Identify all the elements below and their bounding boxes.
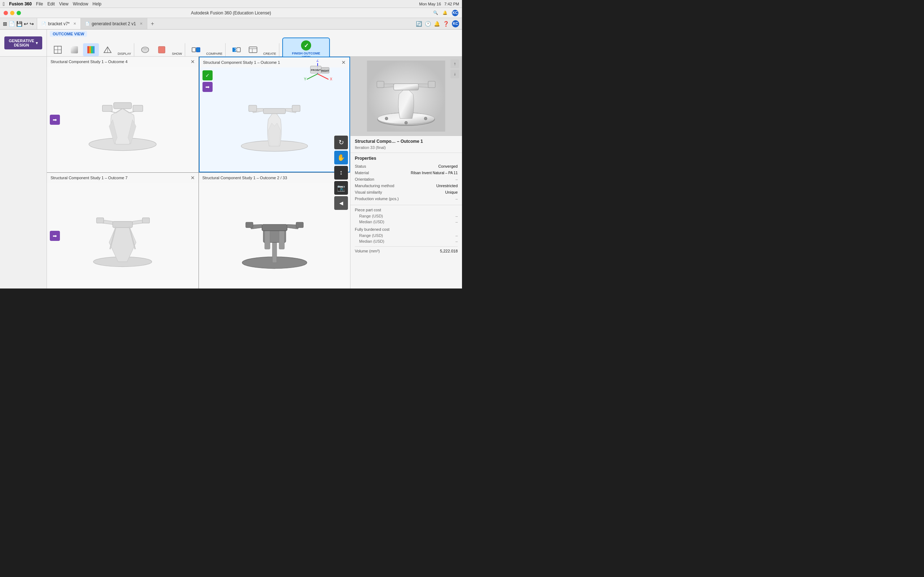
display-perspective-button[interactable] (100, 43, 115, 56)
orientation-label: Orientation (355, 177, 374, 181)
tab-close-1[interactable]: ✕ (73, 22, 76, 26)
apple-menu[interactable]:  (3, 1, 5, 7)
model-3d-outcome4 (62, 77, 183, 161)
manufacturing-value: Unrestricted (436, 184, 458, 188)
show-obstacles-button[interactable] (154, 43, 170, 56)
svg-rect-33 (114, 102, 132, 108)
production-volume-value: – (456, 197, 458, 201)
preview-nav-up[interactable]: ↑ (451, 60, 459, 68)
menu-view[interactable]: View (59, 2, 69, 6)
prop-status: Status Converged (355, 163, 458, 169)
piece-range-label: Range (USD) (359, 214, 383, 218)
user-avatar[interactable]: KC (452, 10, 459, 16)
outcome-nav-7[interactable]: ➡ (50, 231, 60, 241)
svg-text:RIGHT: RIGHT (321, 69, 330, 72)
svg-line-24 (307, 74, 318, 79)
tabs-bar: ⊞ 📄 💾 ↩ ↪ 📄 bracket v7* ✕ 📄 generated br… (0, 18, 462, 29)
pan-tool-button[interactable]: ✋ (334, 151, 348, 164)
svg-rect-17 (249, 47, 257, 53)
prop-orientation: Orientation – (355, 176, 458, 182)
outcome-nav-4[interactable]: ➡ (50, 115, 60, 125)
visual-similarity-value: Unique (445, 190, 458, 194)
outcome-body-2-33 (199, 183, 351, 288)
maximize-window-button[interactable] (16, 11, 21, 15)
piece-range-row: Range (USD) – (355, 213, 458, 219)
model-3d-outcome1 (215, 78, 334, 161)
grid-icon[interactable]: ⊞ (3, 21, 7, 27)
new-doc-icon[interactable]: 📄 (9, 21, 15, 27)
gen-design-label: GENERATIVEDESIGN (9, 39, 34, 47)
outcome-close-7[interactable]: ✕ (191, 175, 195, 181)
viewport-controls: ↻ ✋ ↕ 📷 ◀ (332, 56, 350, 288)
fb-median-value: – (456, 239, 458, 243)
generative-design-section: GENERATIVEDESIGN ▾ (0, 29, 47, 56)
svg-rect-36 (249, 105, 257, 111)
menu-edit[interactable]: Edit (47, 2, 55, 6)
new-tab-button[interactable]: + (147, 18, 158, 29)
menu-datetime: Mon May 16 7:42 PM (419, 2, 459, 6)
piece-range-value: – (456, 214, 458, 218)
rotate-tool-button[interactable]: ↻ (334, 135, 348, 149)
create-extra-button[interactable] (245, 43, 261, 56)
compare-group: COMPARE (188, 43, 226, 56)
outcome-close-4[interactable]: ✕ (191, 59, 195, 64)
tab-label-1: bracket v7* (48, 21, 69, 26)
menu-window[interactable]: Window (73, 2, 89, 6)
collapse-controls-button[interactable]: ◀ (334, 196, 348, 210)
tab-generated-bracket[interactable]: 📄 generated bracket 2 v1 ✕ (81, 18, 147, 29)
bell-icon[interactable]: 🔔 (434, 21, 440, 27)
display-colormap-button[interactable] (83, 43, 99, 56)
titlebar-icons: 🔍 🔔 KC (433, 10, 459, 16)
menu-help[interactable]: Help (92, 2, 102, 6)
minimize-window-button[interactable] (10, 11, 15, 15)
tab-bracket-v7[interactable]: 📄 bracket v7* ✕ (37, 18, 81, 29)
redo-icon[interactable]: ↪ (30, 21, 34, 27)
search-icon[interactable]: 🔍 (433, 10, 438, 15)
compare-button[interactable] (188, 43, 204, 56)
display-wireframe-button[interactable] (50, 43, 66, 56)
create-button[interactable] (228, 43, 244, 56)
svg-point-55 (385, 117, 388, 120)
zoom-tool-button[interactable]: ↕ (334, 166, 348, 180)
preview-nav-down[interactable]: ↓ (451, 69, 459, 78)
create-extra-icon (248, 45, 258, 55)
menu-bar:  Fusion 360 File Edit View Window Help … (0, 0, 462, 8)
notification-icon[interactable]: 🔔 (443, 10, 447, 15)
account-icon[interactable]: KC (452, 20, 459, 27)
volume-label: Volume (mm³) (355, 249, 380, 253)
visual-similarity-label: Visual similarity (355, 190, 382, 194)
menu-file[interactable]: File (36, 2, 43, 6)
outcome-card-2-33: Structural Component Study 1 – Outcome 2… (199, 173, 351, 288)
svg-rect-11 (158, 47, 165, 53)
preview-area: ↑ ↓ (351, 56, 462, 136)
app-name: Fusion 360 (9, 2, 32, 6)
help-icon[interactable]: ❓ (443, 21, 449, 27)
fully-burdened-row: Fully burdened cost (355, 226, 458, 233)
window-controls[interactable] (3, 11, 21, 15)
model-3d-outcome2-33 (214, 193, 335, 278)
clock-icon[interactable]: 🕐 (425, 21, 431, 27)
outcome-title-4: Structural Component Study 1 – Outcome 4 (50, 60, 128, 64)
display-shaded-button[interactable] (66, 43, 82, 56)
promote-outcome-button[interactable]: ➡ (202, 82, 213, 92)
piece-median-row: Median (USD) – (355, 219, 458, 225)
piece-median-label: Median (USD) (359, 220, 384, 224)
volume-row: Volume (mm³) 5,222.018 (355, 246, 458, 254)
outcome-card-7: Structural Component Study 1 – Outcome 7… (47, 173, 199, 288)
outcome-view-section: OUTCOME VIEW (47, 29, 462, 56)
approve-outcome-button[interactable]: ✓ (202, 70, 213, 81)
show-group: SHOW (137, 43, 185, 56)
camera-tool-button[interactable]: 📷 (334, 181, 348, 195)
generative-design-button[interactable]: GENERATIVEDESIGN ▾ (4, 36, 42, 49)
close-window-button[interactable] (3, 11, 8, 15)
refresh-icon[interactable]: 🔄 (416, 21, 422, 27)
undo-icon[interactable]: ↩ (24, 21, 28, 27)
show-label: SHOW (170, 52, 182, 56)
outcome-title-7: Structural Component Study 1 – Outcome 7 (50, 176, 128, 180)
tab-close-2[interactable]: ✕ (140, 22, 142, 26)
svg-rect-37 (292, 105, 300, 111)
svg-text:FRONT: FRONT (311, 69, 321, 72)
show-bodies-button[interactable] (137, 43, 153, 56)
create-icon (231, 45, 241, 55)
save-icon[interactable]: 💾 (16, 21, 23, 27)
